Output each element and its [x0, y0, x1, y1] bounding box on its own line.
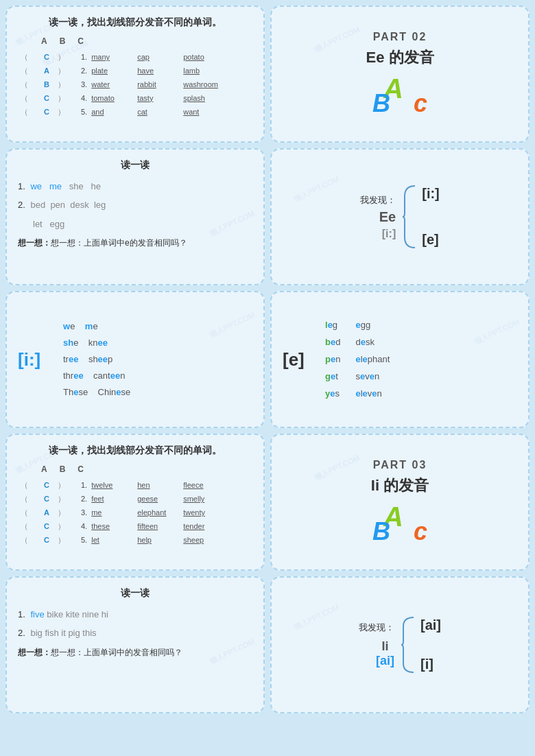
phoneme-ii-name: Ii — [381, 639, 388, 654]
card-part02: PART 02 Ee 的发音 A B c 懒人PPT.COM — [270, 5, 530, 143]
card-phonics-ii: 我发现： Ii [ai] [ai] [i] 懒人PPT.COM — [270, 576, 530, 713]
ex-row-3: （ B ） 3. water rabbit washroom — [21, 78, 252, 92]
phoneme-i-short: [i] — [420, 657, 441, 672]
read1-rows: 1. we me she he 2. bed pen desk leg let … — [18, 177, 252, 233]
word-three: three canteen — [63, 368, 130, 383]
read2-rows: 1. five bike kite nine hi 2. big fish it… — [18, 605, 252, 643]
card-exercise-1: 读一读，找出划线部分发音不同的单词。 A B C （ C ） 1. many c… — [5, 5, 265, 143]
read2-title: 读一读 — [18, 587, 252, 600]
word-tree: tree sheep — [63, 352, 130, 367]
ex2-row-4: （C） 4. these fifteen tender — [21, 520, 252, 534]
word-bed: bed — [325, 335, 340, 350]
word-eleven: eleven — [355, 386, 390, 401]
word-seven: seven — [355, 369, 390, 384]
letter-C: c — [414, 89, 427, 118]
read1-title: 读一读 — [18, 159, 252, 172]
card-part03: PART 03 Ii 的发音 A B c 懒人PPT.COM — [270, 434, 530, 571]
col-a: A — [41, 34, 47, 48]
col-c: C — [78, 34, 84, 48]
exercise-1-title: 读一读，找出划线部分发音不同的单词。 — [18, 16, 252, 29]
phonics-ee-left: 我发现： Ee [i:] — [360, 194, 396, 240]
words-ii-list: we me she knee tree sheep three canteen … — [63, 319, 130, 400]
card-words-e: [e] leg bed pen get yes egg desk elephan… — [270, 291, 530, 428]
word-pen: pen — [325, 352, 340, 367]
phoneme-ii-label: [i:] — [18, 349, 54, 370]
col-headers-2: A B C — [21, 462, 252, 476]
exercise-1-table: A B C （ C ） 1. many cap potato （ A ） 2. … — [18, 34, 252, 119]
card-exercise-2: 读一读，找出划线部分发音不同的单词。 A B C （C） 1. twelve h… — [5, 434, 265, 571]
watermark-3: 懒人PPT.COM — [313, 25, 361, 55]
ex-row-4: （ C ） 4. tomato tasty splash — [21, 92, 252, 106]
abc-decoration: A B c — [372, 73, 427, 118]
phoneme-e-label: [e] — [283, 349, 318, 370]
phoneme-ii-options: [ai] [i] — [420, 617, 441, 672]
brace-svg — [401, 182, 416, 251]
phonics-ee-content: 我发现： Ee [i:] [i:] [e] — [360, 182, 440, 251]
watermark-11: 懒人PPT.COM — [292, 602, 341, 633]
word-desk: desk — [355, 335, 390, 350]
phoneme-ii-long: [i:] — [422, 186, 440, 202]
part02-label: PART 02 — [373, 31, 427, 43]
col2-a: A — [41, 462, 47, 476]
phoneme-ai-big: [ai] — [376, 654, 394, 668]
col-b: B — [60, 34, 66, 48]
ex2-row-2: （C） 2. feet geese smelly — [21, 493, 252, 506]
col2-b: B — [60, 462, 66, 476]
watermark-7: 懒人PPT.COM — [473, 317, 521, 347]
read2-row1: 1. five bike kite nine hi — [18, 605, 252, 624]
phoneme-ai: [ai] — [420, 617, 441, 633]
phonics-ii-content: 我发现： Ii [ai] [ai] [i] — [359, 614, 441, 676]
watermark-9: 懒人PPT.COM — [313, 453, 361, 483]
watermark-6: 懒人PPT.COM — [208, 310, 257, 340]
letter-B-2: B — [372, 517, 390, 546]
read1-row1: 1. we me she he — [18, 177, 252, 196]
phonics-ii-left: 我发现： Ii [ai] — [359, 622, 394, 668]
ex-row-5: （ C ） 5. and cat want — [21, 106, 252, 119]
discover-label: 我发现： — [360, 194, 396, 206]
read1-row2: 2. bed pen desk leg — [18, 196, 252, 214]
card-read1: 读一读 1. we me she he 2. bed pen desk leg … — [5, 148, 265, 285]
word-these: These Chinese — [63, 385, 130, 400]
ex2-row-3: （A） 3. me elephant twenty — [21, 506, 252, 520]
col-headers: A B C — [21, 34, 252, 48]
discover-label-ii: 我发现： — [359, 622, 394, 634]
letter-B: B — [372, 89, 390, 118]
exercise-2-table: A B C （C） 1. twelve hen fleece （C） 2. fe… — [18, 462, 252, 547]
read1-think: 想一想：想一想：上面单词中e的发音相同吗？ — [18, 237, 252, 249]
card-words-ii: [i:] we me she knee tree sheep three can… — [5, 291, 265, 428]
word-leg: leg — [325, 318, 340, 333]
part02-phonics: Ee 的发音 — [366, 47, 433, 68]
word-elephant: elephant — [355, 352, 390, 367]
card-phonics-ee: 我发现： Ee [i:] [i:] [e] 懒人PPT.COM — [270, 148, 530, 285]
phoneme-ee2: [i:] — [382, 228, 396, 240]
col2-c: C — [78, 462, 84, 476]
word-she: she knee — [63, 335, 130, 351]
abc-decoration-2: A B c — [372, 501, 427, 546]
part03-phonics: Ii 的发音 — [371, 475, 429, 496]
word-we: we me — [63, 319, 130, 334]
phoneme-e-short: [e] — [422, 232, 440, 248]
words-e-col2: egg desk elephant seven eleven — [355, 318, 390, 401]
exercise-2-title: 读一读，找出划线部分发音不同的单词。 — [18, 445, 252, 457]
read1-row2b: let egg — [18, 215, 252, 233]
phoneme-ii-stack: Ii [ai] — [376, 639, 394, 668]
watermark-5: 懒人PPT.COM — [292, 174, 341, 204]
word-get: get — [325, 369, 340, 384]
ex-row-2: （ A ） 2. plate have lamb — [21, 64, 252, 78]
ex-row-1: （ C ） 1. many cap potato — [21, 51, 252, 64]
brace-svg-ii — [400, 614, 415, 676]
words-e-col1: leg bed pen get yes — [325, 318, 340, 401]
part03-label: PART 03 — [373, 459, 427, 471]
letter-C-2: c — [414, 517, 427, 546]
word-yes: yes — [325, 386, 340, 401]
read2-row2: 2. big fish it pig this — [18, 624, 252, 642]
phoneme-options: [i:] [e] — [422, 186, 440, 248]
ex2-row-5: （C） 5. let help sheep — [21, 534, 252, 547]
phoneme-ee: Ee — [379, 209, 396, 225]
ex2-row-1: （C） 1. twelve hen fleece — [21, 479, 252, 493]
card-read2: 读一读 1. five bike kite nine hi 2. big fis… — [5, 576, 265, 713]
choice-1: （ — [21, 51, 40, 64]
read2-think: 想一想：想一想：上面单词中的发音相同吗？ — [18, 647, 252, 659]
word-egg: egg — [355, 318, 390, 333]
